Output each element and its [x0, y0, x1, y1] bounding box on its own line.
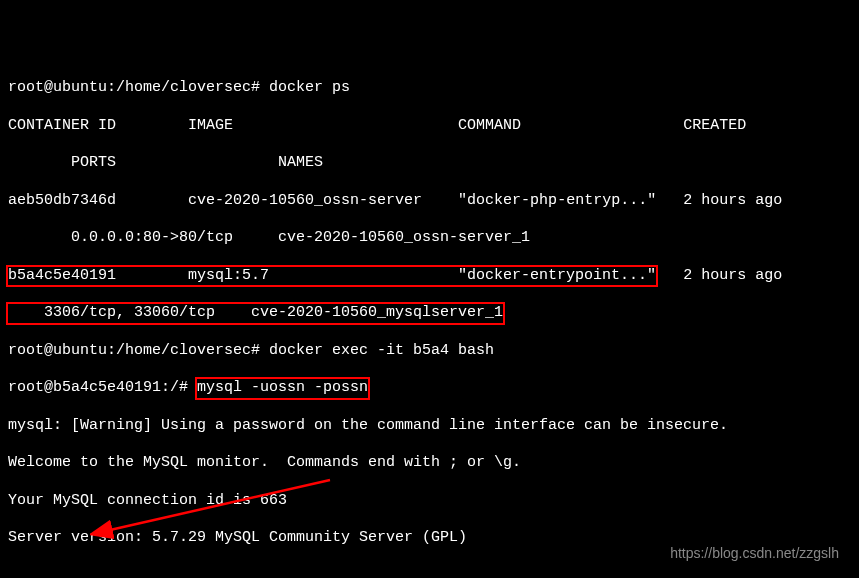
mysql-output: Your MySQL connection id is 663	[8, 492, 851, 511]
shell-prompt: root@b5a4c5e40191:/#	[8, 379, 197, 396]
shell-prompt: root@ubuntu:/home/cloversec#	[8, 342, 269, 359]
terminal-line: root@b5a4c5e40191:/# mysql -uossn -possn	[8, 379, 851, 398]
mysql-output: mysql: [Warning] Using a password on the…	[8, 417, 851, 436]
shell-prompt: root@ubuntu:/home/cloversec#	[8, 79, 269, 96]
terminal-line: root@ubuntu:/home/cloversec# docker exec…	[8, 342, 851, 361]
docker-row-hl-2: 3306/tcp, 33060/tcp cve-2020-10560_mysql…	[8, 304, 851, 323]
docker-row: aeb50db7346d cve-2020-10560_ossn-server …	[8, 192, 851, 211]
mysql-output: Welcome to the MySQL monitor. Commands e…	[8, 454, 851, 473]
blank-line	[8, 567, 851, 579]
docker-row-2: 0.0.0.0:80->80/tcp cve-2020-10560_ossn-s…	[8, 229, 851, 248]
mysql-login-cmd: mysql -uossn -possn	[195, 377, 370, 400]
docker-header-2: PORTS NAMES	[8, 154, 851, 173]
terminal-line: root@ubuntu:/home/cloversec# docker ps	[8, 79, 851, 98]
command-text: docker exec -it b5a4 bash	[269, 342, 494, 359]
docker-header: CONTAINER ID IMAGE COMMAND CREATED S	[8, 117, 851, 136]
watermark: https://blog.csdn.net/zzgslh	[670, 545, 839, 563]
command-text: docker ps	[269, 79, 350, 96]
docker-row-hl: b5a4c5e40191 mysql:5.7 "docker-entrypoin…	[8, 267, 851, 286]
